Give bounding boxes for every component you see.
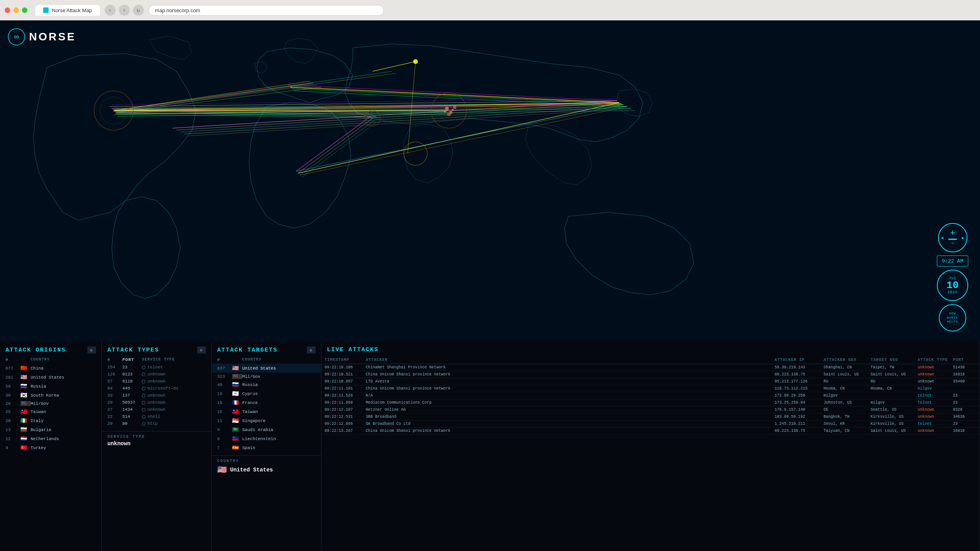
live-row[interactable]: 09:22:10.857 LTD Avesta 95.213.177.126 R…: [321, 378, 980, 385]
targets-column-headers: # COUNTRY: [212, 357, 321, 363]
live-target-geo: RU: [871, 379, 918, 384]
live-row[interactable]: 09:22:11.868 Mediacom Communications Cor…: [321, 399, 980, 406]
live-attack-type: telnet: [918, 393, 953, 398]
type-service: unknown: [142, 400, 206, 405]
origin-flag: 🇷🇺: [20, 383, 31, 390]
country-flag-large: 🇺🇸: [217, 465, 227, 475]
target-num: 8: [217, 437, 232, 441]
live-timestamp: 09:22:13.267: [325, 429, 366, 433]
origin-flag: 🇧🇬: [20, 426, 31, 433]
origin-country: Turkey: [31, 446, 96, 450]
back-button[interactable]: ‹: [105, 5, 116, 16]
norse-logo-text: NORSE: [29, 31, 76, 43]
service-indicator: [142, 380, 145, 383]
live-ip: 1.245.218.211: [775, 422, 824, 426]
targets-rows: 837 🇺🇸 United States 323 MG Mil/Gov 40 🇷…: [212, 364, 321, 478]
target-flag: 🇷🇺: [232, 381, 242, 388]
refresh-button[interactable]: ↻: [133, 5, 144, 16]
type-row: 33 137 unknown: [102, 392, 211, 399]
live-ip: 95.213.177.126: [775, 379, 824, 384]
minimize-button[interactable]: [13, 7, 19, 13]
live-row[interactable]: 09:22:11.526 N/A 172.89.29.250 milgov te…: [321, 392, 980, 399]
service-type-info: SERVICE TYPE unknown: [102, 431, 211, 450]
origin-country: Mil/Gov: [31, 401, 96, 406]
origin-country: Russia: [31, 384, 96, 389]
type-num: 57: [107, 379, 122, 384]
country-value: United States: [230, 467, 273, 473]
country-info-box: COUNTRY 🇺🇸 United States: [212, 455, 321, 478]
target-country: Saudi Arabia: [242, 428, 316, 432]
type-service: unknown: [142, 372, 206, 377]
live-attacker-geo: Bangkok, TH: [824, 415, 871, 419]
live-attacks-title: LIVE ATTACKS: [327, 346, 379, 353]
live-target-geo: Kirksville, US: [871, 415, 918, 419]
target-num: 19: [217, 392, 232, 396]
target-row[interactable]: 15 🇹🇼 Taiwan: [212, 407, 321, 416]
live-row[interactable]: 09:22:13.267 China Unicom Shanxi provinc…: [321, 428, 980, 435]
target-flag: 🇨🇾: [232, 390, 242, 397]
live-attacker-geo: Houma, CN: [824, 386, 871, 391]
target-row[interactable]: 7 🇪🇸 Spain: [212, 443, 321, 452]
target-row-selected[interactable]: 837 🇺🇸 United States: [212, 364, 321, 373]
how-norse-line2: NORSE: [947, 316, 958, 320]
type-service: unknown: [142, 407, 206, 412]
world-map: [0, 20, 980, 342]
target-flag: 🇪🇸: [232, 444, 242, 451]
live-row[interactable]: 09:22:12.197 Hetzner Online AG 176.9.157…: [321, 406, 980, 413]
live-attacker-geo: Shanghai, CN: [824, 365, 871, 370]
type-port: 445: [122, 386, 142, 391]
browser-tab[interactable]: Norse Attack Map: [35, 5, 100, 16]
types-rows: 154 23 telnet 126 8123 unknown 57 8118: [102, 364, 211, 450]
target-row[interactable]: 11 🇸🇬 Singapore: [212, 416, 321, 425]
live-ip: 183.89.59.192: [775, 415, 824, 419]
target-row[interactable]: 9 🇸🇦 Saudi Arabia: [212, 425, 321, 434]
live-row[interactable]: 09:22:10.186 ChinaNet Shanghai Province …: [321, 364, 980, 371]
origin-flag: 🇺🇸: [20, 374, 31, 381]
compass-widget: + − ◀ ▶: [938, 223, 967, 252]
target-row[interactable]: 40 🇷🇺 Russia: [212, 380, 321, 389]
how-norse-helps-widget[interactable]: HOW NORSE HELPS: [939, 304, 966, 332]
target-row[interactable]: 323 MG Mil/Gov: [212, 373, 321, 380]
tab-title: Norse Attack Map: [52, 7, 92, 13]
live-row[interactable]: 09:22:12.866 SK Broadband Co Ltd 1.245.2…: [321, 420, 980, 428]
type-port: 80: [122, 421, 142, 426]
target-row[interactable]: 19 🇨🇾 Cyprus: [212, 389, 321, 398]
live-attacker: LTD Avesta: [366, 379, 775, 384]
live-timestamp: 09:22:12.866: [325, 422, 366, 426]
close-button[interactable]: [5, 7, 10, 13]
live-attack-type: unknown: [918, 372, 953, 377]
date-day: 10: [946, 280, 958, 290]
browser-chrome: Norse Attack Map ‹ › ↻ map.norsecorp.com: [0, 0, 980, 20]
live-attacker: ChinaNet Shanghai Province Network: [366, 365, 775, 370]
origins-icon: ▦: [87, 346, 96, 353]
live-row[interactable]: 09:22:11.191 China Unicom Shanxi provinc…: [321, 385, 980, 392]
compass-left-icon: ◀: [941, 236, 944, 240]
window-controls: [5, 7, 27, 13]
live-attack-type: telnet: [918, 401, 953, 405]
target-row[interactable]: 16 🇫🇷 France: [212, 398, 321, 407]
maximize-button[interactable]: [22, 7, 27, 13]
live-attacker: SK Broadband Co Ltd: [366, 422, 775, 426]
live-ip: 60.223.138.75: [775, 372, 824, 377]
live-row[interactable]: 09:22:10.521 China Unicom Shanxi provinc…: [321, 371, 980, 378]
type-row: 22 514 shell: [102, 413, 211, 420]
origin-flag: 🇰🇷: [20, 392, 31, 399]
live-port: 8320: [953, 408, 976, 412]
col-port-label: PORT: [953, 358, 976, 362]
target-country: Cyprus: [242, 392, 316, 396]
live-attacker-geo: RU: [824, 379, 871, 384]
origin-row: 12 🇳🇱 Netherlands: [0, 434, 102, 443]
live-timestamp: 09:22:12.531: [325, 415, 366, 419]
type-num: 27: [107, 407, 122, 412]
targets-col-num: #: [217, 357, 232, 362]
tab-favicon: [43, 7, 49, 13]
type-num: 29: [107, 400, 122, 405]
target-row[interactable]: 8 🇱🇮 Liechtenstein: [212, 434, 321, 443]
address-bar[interactable]: map.norsecorp.com: [149, 5, 384, 16]
corner-widgets: + − ◀ ▶ 9:22 AM Jul 10 2015 HOW NORSE HE…: [937, 223, 968, 332]
live-target-geo: Seattle, US: [871, 408, 918, 412]
live-timestamp: 09:22:11.526: [325, 393, 366, 398]
forward-button[interactable]: ›: [119, 5, 130, 16]
live-row[interactable]: 09:22:12.531 3BB Broadband 183.89.59.192…: [321, 413, 980, 420]
live-target-geo: milgov: [871, 401, 918, 405]
